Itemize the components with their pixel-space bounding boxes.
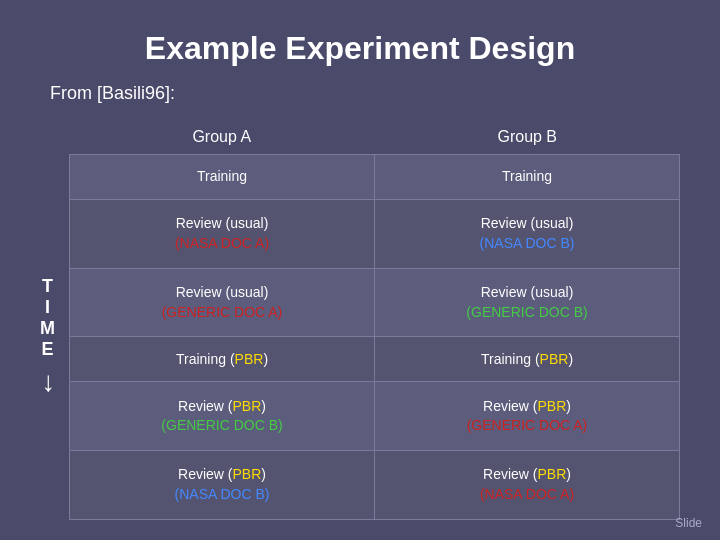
table-cell-b6: Review (PBR) (NASA DOC A) (375, 451, 680, 520)
cell-text: Review (usual) (481, 284, 574, 300)
group-headers: Group A Group B (69, 124, 680, 150)
slide-label: Slide (675, 516, 702, 530)
cell-text: Review ( (178, 466, 232, 482)
cell-text: Review ( (178, 398, 232, 414)
cell-text: PBR (538, 466, 567, 482)
slide-title: Example Experiment Design (40, 30, 680, 67)
cell-text: PBR (233, 466, 262, 482)
cell-text: (NASA DOC A) (175, 235, 269, 251)
cell-text: ) (568, 351, 573, 367)
group-b-header: Group B (375, 124, 681, 150)
time-i: I (45, 297, 52, 318)
cell-text: PBR (233, 398, 262, 414)
cell-text: (NASA DOC B) (175, 486, 270, 502)
cell-text: (GENERIC DOC B) (466, 304, 587, 320)
time-e: E (41, 339, 55, 360)
table-cell-a5: Review (PBR) (GENERIC DOC B) (70, 382, 375, 451)
cell-text: PBR (538, 398, 567, 414)
table-cell-b3: Review (usual) (GENERIC DOC B) (375, 268, 680, 337)
time-m: M (40, 318, 57, 339)
table-cell-a3: Review (usual) (GENERIC DOC A) (70, 268, 375, 337)
cell-text: Training ( (176, 351, 235, 367)
cell-text: (NASA DOC A) (480, 486, 574, 502)
table-cell-b1: Training (375, 155, 680, 200)
table-row: Training Training (70, 155, 680, 200)
experiment-table: Training Training Review (usual) (NASA D… (69, 154, 680, 520)
cell-text: PBR (235, 351, 264, 367)
cell-text: Review ( (483, 398, 537, 414)
time-arrow: ↓ (42, 366, 56, 398)
cell-text: (GENERIC DOC A) (467, 417, 588, 433)
content-area: T I M E ↓ Group A Group B Training (40, 124, 680, 520)
cell-text: (NASA DOC B) (480, 235, 575, 251)
slide-container: Example Experiment Design From [Basili96… (0, 0, 720, 540)
table-cell-a4: Training (PBR) (70, 337, 375, 382)
cell-text: ) (261, 398, 266, 414)
table-row: Review (usual) (NASA DOC A) Review (usua… (70, 199, 680, 268)
cell-text: Review (usual) (176, 215, 269, 231)
table-row: Training (PBR) Training (PBR) (70, 337, 680, 382)
cell-text: PBR (540, 351, 569, 367)
group-a-header: Group A (69, 124, 375, 150)
table-cell-a2: Review (usual) (NASA DOC A) (70, 199, 375, 268)
table-cell-b2: Review (usual) (NASA DOC B) (375, 199, 680, 268)
time-label: T I M E ↓ (40, 124, 69, 520)
cell-text: Review (usual) (481, 215, 574, 231)
table-row: Review (usual) (GENERIC DOC A) Review (u… (70, 268, 680, 337)
cell-text: ) (263, 351, 268, 367)
cell-text: Review ( (483, 466, 537, 482)
cell-text: Training ( (481, 351, 540, 367)
cell-text: Training (502, 168, 552, 184)
table-area: Group A Group B Training Training (69, 124, 680, 520)
table-cell-b5: Review (PBR) (GENERIC DOC A) (375, 382, 680, 451)
table-cell-b4: Training (PBR) (375, 337, 680, 382)
time-t: T (42, 276, 55, 297)
table-cell-a6: Review (PBR) (NASA DOC B) (70, 451, 375, 520)
cell-text: ) (261, 466, 266, 482)
cell-text: Review (usual) (176, 284, 269, 300)
table-cell-a1: Training (70, 155, 375, 200)
cell-text: ) (566, 466, 571, 482)
cell-text: (GENERIC DOC A) (162, 304, 283, 320)
table-row: Review (PBR) (NASA DOC B) Review (PBR) (… (70, 451, 680, 520)
cell-text: Training (197, 168, 247, 184)
cell-text: ) (566, 398, 571, 414)
cell-text: (GENERIC DOC B) (161, 417, 282, 433)
slide-subtitle: From [Basili96]: (50, 83, 680, 104)
table-row: Review (PBR) (GENERIC DOC B) Review (PBR… (70, 382, 680, 451)
time-letters: T I M E (40, 276, 57, 360)
